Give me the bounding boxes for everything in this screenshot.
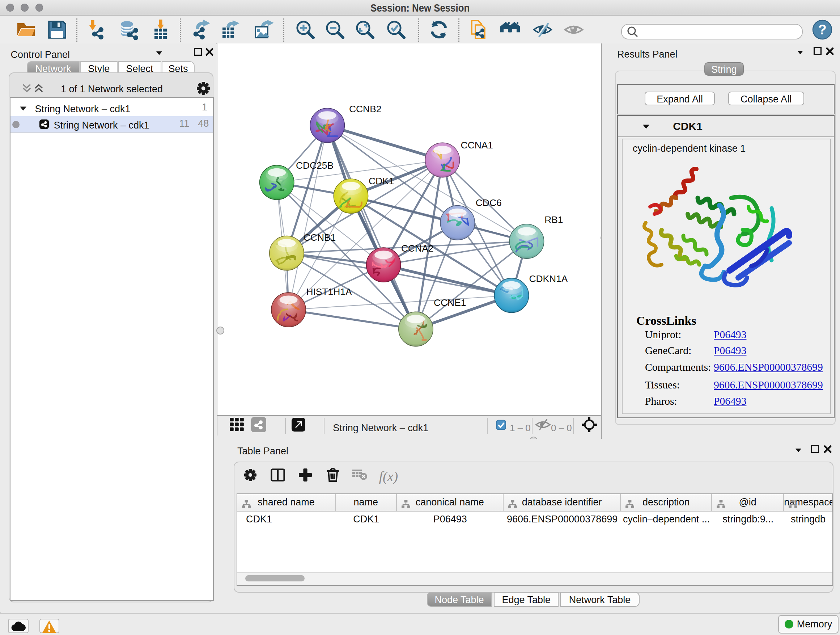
svg-text:CDC25B: CDC25B xyxy=(296,160,333,171)
svg-text:RB1: RB1 xyxy=(545,214,563,225)
svg-text:CCNE1: CCNE1 xyxy=(434,297,466,308)
svg-text:?: ? xyxy=(818,22,826,37)
svg-text:CDC6: CDC6 xyxy=(476,197,502,208)
svg-text:CCNB2: CCNB2 xyxy=(349,103,381,114)
svg-text:CCNA2: CCNA2 xyxy=(401,243,433,254)
svg-text:CDKN1A: CDKN1A xyxy=(529,273,568,284)
svg-text:HIST1H1A: HIST1H1A xyxy=(306,287,352,297)
svg-text:CCNA1: CCNA1 xyxy=(461,140,493,150)
svg-text:CDK1: CDK1 xyxy=(369,176,394,187)
svg-text:CCNB1: CCNB1 xyxy=(303,232,336,243)
